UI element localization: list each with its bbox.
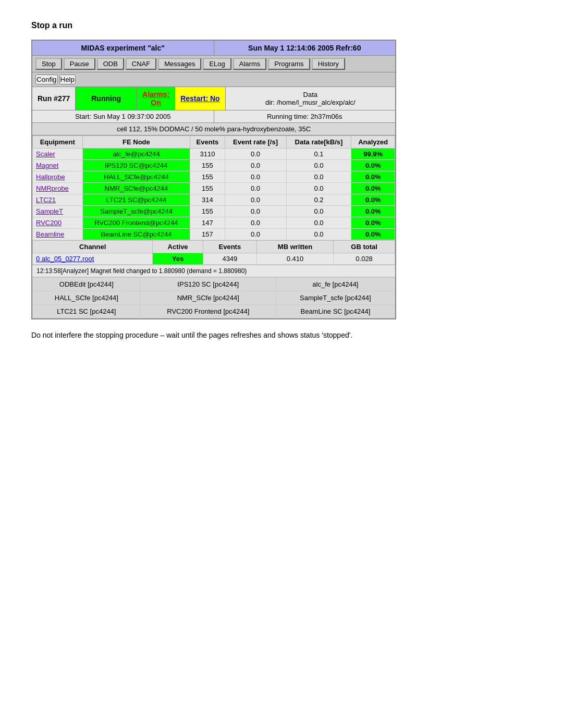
eq-name[interactable]: Beamline [33,229,83,240]
toolbar-row1: Stop Pause ODB CNAF Messages ELog Alarms… [32,56,395,72]
eq-col-events: Events [190,136,225,149]
clients-table: ODBEdit [pc4244]IPS120 SC [pc4244]alc_fe… [32,277,395,318]
eq-link[interactable]: Beamline [36,230,64,238]
alarms-button[interactable]: Alarms [233,58,266,70]
eq-link[interactable]: Hallprobe [36,173,65,181]
client-cell[interactable]: NMR_SCfe [pc4244] [140,291,276,305]
elog-button[interactable]: ELog [203,58,231,70]
eq-name[interactable]: RVC200 [33,217,83,229]
eq-col-eventrate: Event rate [/s] [225,136,286,149]
eq-events: 157 [190,229,225,240]
eq-name[interactable]: Magnet [33,160,83,171]
alarms-box[interactable]: Alarms:On [137,87,175,110]
client-cell[interactable]: RVC200 Frontend [pc4244] [140,305,276,318]
eq-analyzed: 0.0% [351,160,395,171]
header-bar: MIDAS experiment "alc" Sun May 1 12:14:0… [32,41,395,56]
alarms-link[interactable]: Alarms:On [142,90,169,107]
ch-name[interactable]: 0 alc_05_0277.root [33,253,153,265]
eq-eventrate: 0.0 [225,217,286,229]
equipment-table: Equipment FE Node Events Event rate [/s]… [32,135,395,240]
eq-name[interactable]: NMRprobe [33,183,83,194]
eq-eventrate: 0.0 [225,206,286,217]
client-cell[interactable]: LTC21 SC [pc4244] [33,305,141,318]
eq-name[interactable]: Scaler [33,149,83,160]
status-row: Run #277 Running Alarms:On Restart: No D… [32,87,395,110]
clients-row: ODBEdit [pc4244]IPS120 SC [pc4244]alc_fe… [33,278,395,291]
eq-events: 155 [190,171,225,183]
eq-fenode: SampleT_scfe@pc4244 [82,206,190,217]
eq-analyzed: 0.0% [351,206,395,217]
experiment-title: MIDAS experiment "alc" [32,41,214,55]
channel-row: 0 alc_05_0277.root Yes 4349 0.410 0.028 [33,253,395,265]
restart-link[interactable]: Restart: No [180,94,219,103]
eq-events: 155 [190,206,225,217]
eq-events: 155 [190,160,225,171]
data-dir: Datadir: /home/l_musr_alc/exp/alc/ [226,87,395,110]
eq-eventrate: 0.0 [225,183,286,194]
history-button[interactable]: History [312,58,345,70]
help-button[interactable]: Help [59,75,76,84]
eq-datarate: 0.2 [286,194,351,206]
datetime-display: Sun May 1 12:14:06 2005 Refr:60 [214,41,396,55]
client-cell[interactable]: HALL_SCfe [pc4244] [33,291,141,305]
eq-datarate: 0.0 [286,229,351,240]
time-row: Start: Sun May 1 09:37:00 2005 Running t… [32,110,395,123]
eq-analyzed: 0.0% [351,217,395,229]
ch-col-channel: Channel [33,241,153,253]
ch-mb: 0.410 [256,253,333,265]
table-row: Scaler alc_fe@pc4244 3110 0.0 0.1 99.9% [33,149,395,160]
client-cell[interactable]: BeamLine SC [pc4244] [276,305,395,318]
client-cell[interactable]: alc_fe [pc4244] [276,278,395,291]
eq-analyzed: 0.0% [351,171,395,183]
config-button[interactable]: Config [35,75,58,84]
run-number: Run #277 [32,87,76,110]
pause-button[interactable]: Pause [64,58,95,70]
client-cell[interactable]: IPS120 SC [pc4244] [140,278,276,291]
eq-eventrate: 0.0 [225,160,286,171]
eq-analyzed: 99.9% [351,149,395,160]
ch-events: 4349 [203,253,256,265]
ch-col-mb: MB written [256,241,333,253]
stop-button[interactable]: Stop [35,58,62,70]
ch-link[interactable]: 0 alc_05_0277.root [36,255,94,263]
eq-link[interactable]: RVC200 [36,219,62,227]
eq-name[interactable]: Hallprobe [33,171,83,183]
programs-button[interactable]: Programs [268,58,310,70]
table-row: NMRprobe NMR_SCfe@pc4244 155 0.0 0.0 0.0… [33,183,395,194]
clients-row: LTC21 SC [pc4244]RVC200 Frontend [pc4244… [33,305,395,318]
eq-datarate: 0.0 [286,206,351,217]
toolbar-row2: Config Help [32,72,395,87]
table-row: Hallprobe HALL_SCfe@pc4244 155 0.0 0.0 0… [33,171,395,183]
eq-fenode: LTC21 SC@pc4244 [82,194,190,206]
footer-text: Do not interfere the stopping procedure … [31,330,396,341]
eq-name[interactable]: LTC21 [33,194,83,206]
eq-fenode: NMR_SCfe@pc4244 [82,183,190,194]
eq-link[interactable]: LTC21 [36,196,56,204]
eq-events: 314 [190,194,225,206]
eq-link[interactable]: Magnet [36,162,58,169]
eq-analyzed: 0.0% [351,183,395,194]
eq-link[interactable]: Scaler [36,150,55,158]
eq-link[interactable]: NMRprobe [36,184,69,192]
eq-col-analyzed: Analyzed [351,136,395,149]
eq-analyzed: 0.0% [351,194,395,206]
log-message: 12:13:58[Analyzer] Magnet field changed … [32,265,395,277]
table-row: SampleT SampleT_scfe@pc4244 155 0.0 0.0 … [33,206,395,217]
odb-button[interactable]: ODB [97,58,124,70]
eq-eventrate: 0.0 [225,171,286,183]
ch-active: Yes [153,253,203,265]
client-cell[interactable]: SampleT_scfe [pc4244] [276,291,395,305]
restart-box[interactable]: Restart: No [175,87,225,110]
run-status: Running [76,87,137,110]
client-cell[interactable]: ODBEdit [pc4244] [33,278,141,291]
eq-eventrate: 0.0 [225,194,286,206]
cnaf-button[interactable]: CNAF [126,58,156,70]
eq-analyzed: 0.0% [351,229,395,240]
table-row: Beamline BeamLine SC@pc4244 157 0.0 0.0 … [33,229,395,240]
eq-datarate: 0.0 [286,171,351,183]
start-time: Start: Sun May 1 09:37:00 2005 [32,110,214,122]
eq-fenode: IPS120 SC@pc4244 [82,160,190,171]
messages-button[interactable]: Messages [158,58,201,70]
eq-link[interactable]: SampleT [36,207,63,215]
eq-name[interactable]: SampleT [33,206,83,217]
